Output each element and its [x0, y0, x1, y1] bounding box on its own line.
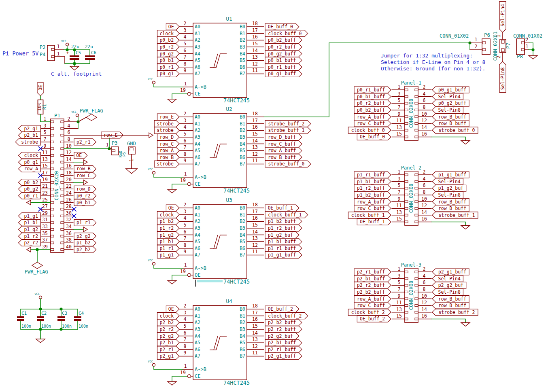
net-label[interactable]: p2_g2_buf — [268, 333, 293, 339]
net-label[interactable]: Sel-Pin4 — [500, 4, 506, 26]
net-label[interactable]: p0_g2 — [159, 51, 174, 57]
note-c-alt[interactable]: C alt. footprint — [51, 71, 102, 77]
net-label[interactable]: strobe — [157, 127, 174, 133]
component-value[interactable]: 100n — [21, 324, 31, 328]
net-label[interactable]: row_A — [24, 166, 38, 172]
component-ref[interactable]: P3 — [112, 140, 117, 146]
net-label[interactable]: row_B_buff — [438, 296, 466, 302]
net-label[interactable]: p2_r2_buff — [268, 326, 296, 332]
net-label[interactable]: row_B — [76, 166, 91, 172]
net-label[interactable]: OE — [168, 205, 174, 211]
net-label[interactable]: p2_r2 — [24, 240, 38, 246]
net-label[interactable]: p0_r2 — [159, 44, 174, 50]
net-label[interactable]: p2_r1_buff — [357, 269, 385, 275]
net-label[interactable]: p2_r2 — [159, 326, 174, 332]
component-ref[interactable]: C6 — [91, 50, 96, 55]
net-label[interactable]: strobe — [21, 139, 38, 145]
net-label[interactable]: p1_g2 — [159, 232, 174, 238]
net-label[interactable]: p1_r2_buff — [268, 225, 296, 231]
net-label[interactable]: OE — [168, 306, 174, 312]
net-label[interactable]: p0_g1 — [24, 159, 38, 165]
net-label[interactable]: row_B_buff — [438, 199, 466, 205]
net-label[interactable]: row_C_buff — [357, 206, 385, 211]
component-value[interactable]: CONN_02X08 — [408, 281, 414, 310]
net-label[interactable]: OE — [38, 85, 43, 91]
component-value[interactable]: 74HCT245 — [223, 278, 250, 285]
component-value[interactable]: 22u — [71, 44, 79, 49]
net-label[interactable]: row_A_buff — [357, 114, 385, 120]
net-label[interactable]: p1_b2 — [76, 240, 91, 246]
component-ref[interactable]: P5 — [122, 152, 126, 157]
net-label[interactable]: p1_r1_buff — [357, 172, 385, 178]
net-label[interactable]: OE_buff_1 — [360, 219, 385, 225]
net-label[interactable]: p0_g2_buff — [268, 51, 296, 57]
net-label[interactable]: row_D_buff — [438, 206, 466, 211]
component-ref[interactable]: U4 — [226, 298, 232, 304]
component-value[interactable]: 74HCT245 — [223, 379, 250, 386]
net-label[interactable]: p1_g1 — [24, 213, 38, 219]
component-value[interactable]: 74HCT245 — [223, 97, 250, 104]
net-label[interactable]: p0_g1 — [159, 71, 174, 76]
net-label[interactable]: p1_g2 — [24, 227, 38, 232]
component-value[interactable]: 100n — [41, 324, 51, 328]
net-label[interactable]: strobe_buff_1 — [438, 212, 475, 218]
net-label[interactable]: strobe — [157, 121, 174, 127]
net-label[interactable]: p2_g1 — [159, 353, 174, 359]
component-ref[interactable]: C3 — [62, 311, 67, 316]
net-label[interactable]: Sel-Pin8 — [438, 192, 461, 198]
net-label[interactable]: p1_r1 — [159, 246, 174, 251]
net-label[interactable]: clock_buff_2 — [268, 313, 302, 319]
net-label[interactable]: p2_b2_buff — [357, 289, 385, 295]
net-label[interactable]: row_C_buff — [268, 141, 296, 147]
net-label[interactable]: OE — [76, 153, 82, 158]
net-label[interactable]: clock — [159, 313, 174, 319]
component-value[interactable]: CONN_02X20 — [54, 171, 59, 200]
component-value[interactable]: 100n — [62, 324, 72, 328]
component-ref[interactable]: C2 — [41, 311, 47, 316]
net-label[interactable]: p2_g1_buff — [268, 353, 296, 359]
net-label[interactable]: strobe_buff_2 — [438, 309, 475, 315]
net-label[interactable]: clock_buff_1 — [268, 212, 302, 218]
net-label[interactable]: p2_r1 — [76, 139, 91, 145]
component-ref[interactable]: Panel-3 — [401, 262, 422, 268]
net-label[interactable]: p1_b1 — [159, 239, 174, 244]
component-ref[interactable]: R1 — [42, 104, 47, 110]
component-ref[interactable]: Panel-2 — [401, 165, 422, 171]
net-label[interactable]: p2_b2 — [76, 247, 91, 252]
component-ref[interactable]: C4 — [79, 311, 84, 316]
net-label[interactable]: row_B_buff — [438, 114, 466, 120]
component-value[interactable]: 22u — [85, 44, 93, 49]
net-label[interactable]: p1_g2_buf — [438, 185, 463, 191]
component-ref[interactable]: P4 — [40, 52, 45, 57]
net-label[interactable]: p1_g1 — [159, 252, 174, 258]
net-label[interactable]: row_D_buff — [268, 134, 296, 140]
net-label[interactable]: strobe_buff_1 — [268, 127, 304, 133]
net-label[interactable]: p0_b1 — [159, 57, 174, 63]
net-label[interactable]: p0_b2_buff — [357, 107, 385, 113]
component-ref[interactable]: P6 — [484, 32, 490, 38]
net-label[interactable]: p1_r1_buff — [268, 246, 296, 251]
net-label[interactable]: p1_g2_buf — [268, 232, 293, 238]
net-label[interactable]: p0_r2 — [76, 193, 91, 199]
net-label[interactable]: p1_r2 — [159, 225, 174, 231]
net-label[interactable]: p1_b2_buff — [357, 192, 385, 198]
net-label[interactable]: row_D_buff — [438, 121, 466, 126]
net-label[interactable]: p2_b2_buff — [268, 320, 296, 325]
net-label[interactable]: row_B_buff — [268, 155, 296, 160]
net-label[interactable]: clock_buff_2 — [351, 309, 385, 315]
component-ref[interactable]: C5 — [76, 50, 81, 55]
net-label[interactable]: row_D_buff — [438, 303, 466, 308]
note-jumper[interactable]: Selection if E-Line on Pin 4 or 8 — [381, 59, 485, 65]
net-label[interactable]: row_C — [159, 141, 174, 147]
net-label[interactable]: Sel-Pin8 — [500, 67, 506, 89]
net-label[interactable]: p2_g1 — [24, 126, 38, 131]
net-label[interactable]: p0_g2_buff — [438, 100, 466, 106]
net-label[interactable]: p0_r2_buff — [357, 100, 385, 106]
net-label[interactable]: p1_r2_buff — [357, 185, 385, 191]
component-value[interactable]: CONN_02X08 — [408, 99, 414, 128]
net-label[interactable]: row_E — [159, 114, 174, 120]
net-label[interactable]: row_C_buff — [357, 303, 385, 308]
note-pi-power[interactable]: Pi Power 5V — [2, 50, 38, 57]
net-label[interactable]: clock — [159, 212, 174, 218]
net-label[interactable]: strobe_buff_2 — [268, 121, 304, 127]
